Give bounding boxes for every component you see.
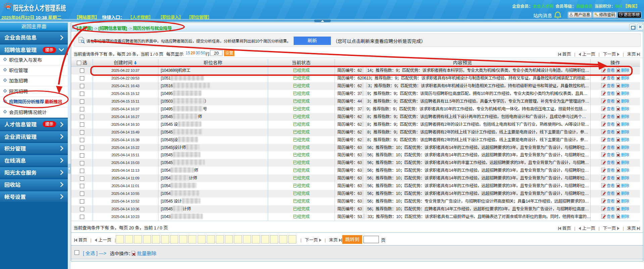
svg-text:YG: YG	[7, 7, 10, 10]
